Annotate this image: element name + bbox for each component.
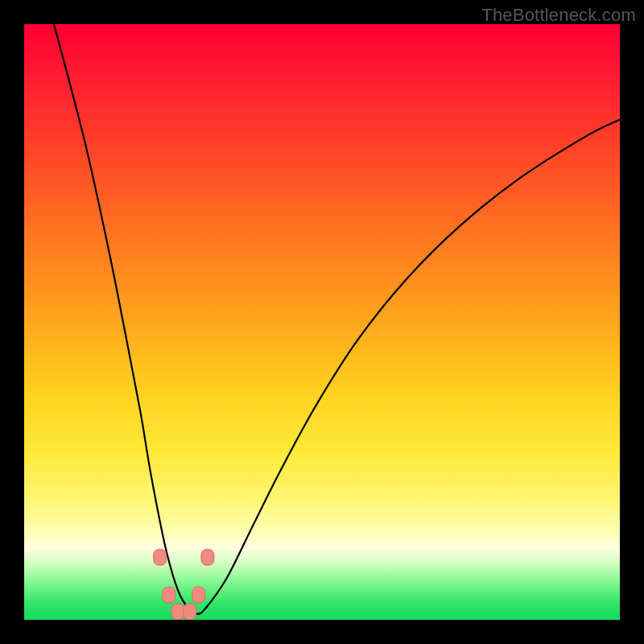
curve-marker <box>201 549 214 565</box>
curve-marker <box>154 549 167 565</box>
curve-marker <box>163 587 175 603</box>
curve-marker <box>192 587 205 603</box>
outer-frame: TheBottleneck.com <box>0 0 644 644</box>
bottleneck-curve <box>54 24 620 614</box>
watermark-label: TheBottleneck.com <box>481 5 636 26</box>
curve-marker <box>184 604 196 620</box>
plot-area <box>24 24 620 620</box>
chart-svg <box>24 24 620 620</box>
curve-marker <box>171 604 184 620</box>
